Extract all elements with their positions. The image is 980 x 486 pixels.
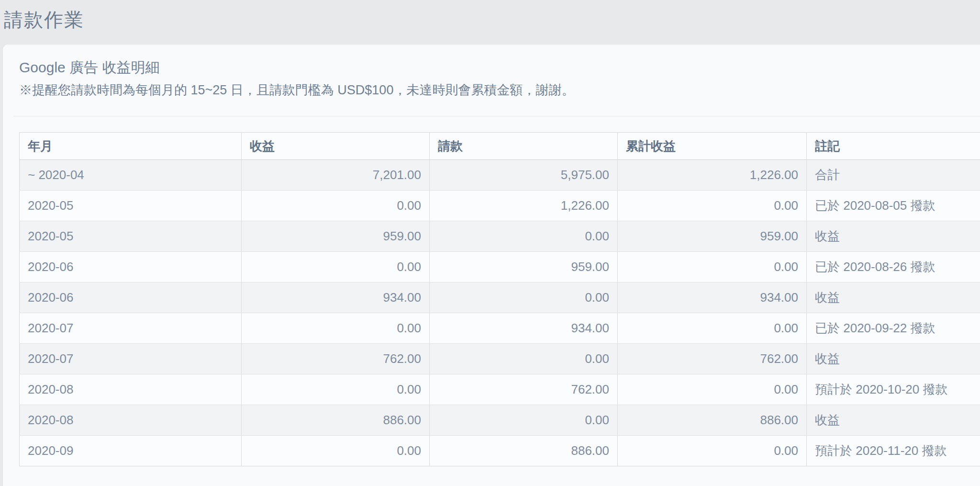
cell-revenue: 934.00 [242,283,430,313]
cell-note: 收益 [807,221,980,252]
cell-request: 886.00 [430,436,618,466]
table-row: 2020-06934.000.00934.00收益 [20,283,980,313]
cell-cumulative-revenue: 0.00 [618,436,807,466]
cell-request: 959.00 [430,252,618,283]
cell-revenue: 0.00 [242,374,430,405]
cell-year-month: 2020-05 [20,221,242,252]
table-header: 年月收益請款累計收益註記 [20,133,980,160]
payout-table: 年月收益請款累計收益註記 ~ 2020-047,201.005,975.001,… [19,132,980,466]
cell-year-month: 2020-08 [20,374,242,405]
cell-note: 已於 2020-09-22 撥款 [807,313,980,344]
cell-cumulative-revenue: 0.00 [618,191,807,221]
cell-request: 934.00 [430,313,618,344]
table-row: 2020-060.00959.000.00已於 2020-08-26 撥款 [20,252,980,283]
page-title: 請款作業 [4,6,980,34]
cell-note: 收益 [807,344,980,374]
cell-note: 已於 2020-08-05 撥款 [807,191,980,221]
cell-year-month: 2020-05 [20,191,242,221]
cell-note: 收益 [807,405,980,436]
cell-note: 合計 [807,160,980,191]
cell-cumulative-revenue: 0.00 [618,252,807,283]
table-header-row: 年月收益請款累計收益註記 [20,133,980,160]
table-row: 2020-070.00934.000.00已於 2020-09-22 撥款 [20,313,980,344]
cell-request: 762.00 [430,374,618,405]
table-row: 2020-090.00886.000.00預計於 2020-11-20 撥款 [20,436,980,466]
cell-cumulative-revenue: 762.00 [618,344,807,374]
table-row: 2020-05959.000.00959.00收益 [20,221,980,252]
section-divider [13,116,980,116]
cell-revenue: 762.00 [242,344,430,374]
table-row: 2020-080.00762.000.00預計於 2020-10-20 撥款 [20,374,980,405]
cell-note: 收益 [807,283,980,313]
column-header-cumulative-revenue: 累計收益 [618,133,807,160]
cell-year-month: 2020-09 [20,436,242,466]
cell-revenue: 0.00 [242,252,430,283]
table-row: ~ 2020-047,201.005,975.001,226.00合計 [20,160,980,191]
cell-year-month: 2020-08 [20,405,242,436]
cell-cumulative-revenue: 886.00 [618,405,807,436]
payout-reminder-note: ※提醒您請款時間為每個月的 15~25 日，且請款門檻為 USD$100，未達時… [19,80,980,100]
column-header-request: 請款 [430,133,618,160]
cell-cumulative-revenue: 1,226.00 [618,160,807,191]
cell-cumulative-revenue: 0.00 [618,313,807,344]
cell-cumulative-revenue: 0.00 [618,374,807,405]
cell-request: 0.00 [430,283,618,313]
cell-cumulative-revenue: 934.00 [618,283,807,313]
cell-revenue: 0.00 [242,436,430,466]
cell-request: 5,975.00 [430,160,618,191]
cell-year-month: ~ 2020-04 [20,160,242,191]
cell-note: 預計於 2020-11-20 撥款 [807,436,980,466]
column-header-note: 註記 [807,133,980,160]
cell-request: 0.00 [430,221,618,252]
cell-year-month: 2020-07 [20,344,242,374]
cell-year-month: 2020-07 [20,313,242,344]
cell-revenue: 959.00 [242,221,430,252]
cell-request: 0.00 [430,405,618,436]
cell-note: 預計於 2020-10-20 撥款 [807,374,980,405]
cell-cumulative-revenue: 959.00 [618,221,807,252]
card-heading: Google 廣告 收益明細 [19,57,980,78]
cell-request: 0.00 [430,344,618,374]
cell-revenue: 886.00 [242,405,430,436]
cell-year-month: 2020-06 [20,283,242,313]
table-row: 2020-050.001,226.000.00已於 2020-08-05 撥款 [20,191,980,221]
column-header-revenue: 收益 [242,133,430,160]
cell-revenue: 7,201.00 [242,160,430,191]
revenue-detail-card: Google 廣告 收益明細 ※提醒您請款時間為每個月的 15~25 日，且請款… [3,45,980,486]
cell-year-month: 2020-06 [20,252,242,283]
table-row: 2020-08886.000.00886.00收益 [20,405,980,436]
cell-revenue: 0.00 [242,313,430,344]
cell-revenue: 0.00 [242,191,430,221]
table-body: ~ 2020-047,201.005,975.001,226.00合計2020-… [20,160,980,466]
cell-note: 已於 2020-08-26 撥款 [807,252,980,283]
table-row: 2020-07762.000.00762.00收益 [20,344,980,374]
column-header-year-month: 年月 [20,133,242,160]
cell-request: 1,226.00 [430,191,618,221]
